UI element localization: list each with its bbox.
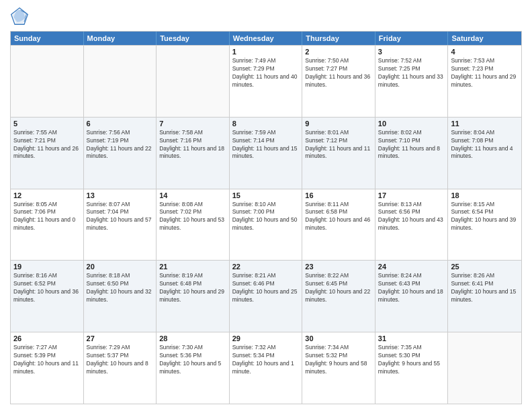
cell-info: Sunrise: 7:49 AMSunset: 7:29 PMDaylight:…: [232, 57, 300, 89]
cell-info: Sunrise: 8:01 AMSunset: 7:12 PMDaylight:…: [305, 129, 372, 161]
day-number: 19: [13, 263, 81, 271]
calendar-cell-3: 3Sunrise: 7:52 AMSunset: 7:25 PMDaylight…: [375, 46, 449, 117]
cell-info: Sunrise: 8:11 AMSunset: 6:58 PMDaylight:…: [305, 201, 372, 233]
day-number: 4: [451, 48, 519, 56]
day-number: 27: [87, 334, 154, 342]
day-header-saturday: Saturday: [448, 32, 521, 45]
calendar-cell-30: 30Sunrise: 7:34 AMSunset: 5:32 PMDayligh…: [302, 332, 375, 404]
calendar-header: SundayMondayTuesdayWednesdayThursdayFrid…: [11, 32, 521, 45]
day-number: 6: [87, 120, 154, 128]
calendar-body: 1Sunrise: 7:49 AMSunset: 7:29 PMDaylight…: [11, 45, 521, 404]
cell-info: Sunrise: 8:05 AMSunset: 7:06 PMDaylight:…: [13, 201, 81, 233]
day-number: 7: [159, 120, 226, 128]
cell-info: Sunrise: 7:56 AMSunset: 7:19 PMDaylight:…: [87, 129, 154, 161]
calendar-row-1: 5Sunrise: 7:55 AMSunset: 7:21 PMDaylight…: [11, 117, 521, 189]
calendar-cell-19: 19Sunrise: 8:16 AMSunset: 6:52 PMDayligh…: [11, 261, 84, 332]
logo: [10, 7, 32, 26]
day-number: 23: [305, 263, 372, 271]
day-number: 8: [232, 120, 300, 128]
day-header-monday: Monday: [84, 32, 157, 45]
cell-info: Sunrise: 7:35 AMSunset: 5:30 PMDaylight:…: [378, 344, 445, 376]
calendar-cell-15: 15Sunrise: 8:10 AMSunset: 7:00 PMDayligh…: [230, 189, 303, 261]
day-number: 31: [378, 334, 445, 342]
cell-info: Sunrise: 7:59 AMSunset: 7:14 PMDaylight:…: [232, 129, 300, 161]
day-number: 28: [159, 334, 226, 342]
calendar-cell-10: 10Sunrise: 8:02 AMSunset: 7:10 PMDayligh…: [375, 118, 449, 189]
day-number: 25: [451, 263, 519, 271]
calendar-cell-14: 14Sunrise: 8:08 AMSunset: 7:02 PMDayligh…: [157, 189, 230, 261]
cell-info: Sunrise: 7:58 AMSunset: 7:16 PMDaylight:…: [159, 129, 226, 161]
cell-info: Sunrise: 7:27 AMSunset: 5:39 PMDaylight:…: [13, 344, 81, 376]
day-number: 18: [451, 191, 519, 199]
cell-info: Sunrise: 8:21 AMSunset: 6:46 PMDaylight:…: [232, 272, 300, 304]
cell-info: Sunrise: 8:04 AMSunset: 7:08 PMDaylight:…: [451, 129, 519, 161]
logo-icon: [10, 7, 29, 26]
day-number: 30: [305, 334, 372, 342]
calendar-cell-16: 16Sunrise: 8:11 AMSunset: 6:58 PMDayligh…: [302, 189, 375, 261]
cell-info: Sunrise: 7:50 AMSunset: 7:27 PMDaylight:…: [305, 57, 372, 89]
day-number: 2: [305, 48, 372, 56]
cell-info: Sunrise: 8:22 AMSunset: 6:45 PMDaylight:…: [305, 272, 372, 304]
day-header-friday: Friday: [375, 32, 449, 45]
day-number: 20: [87, 263, 154, 271]
calendar-cell-28: 28Sunrise: 7:30 AMSunset: 5:36 PMDayligh…: [157, 332, 230, 404]
day-number: 3: [378, 48, 445, 56]
calendar-cell-4: 4Sunrise: 7:53 AMSunset: 7:23 PMDaylight…: [448, 46, 521, 117]
calendar-cell-26: 26Sunrise: 7:27 AMSunset: 5:39 PMDayligh…: [11, 332, 84, 404]
calendar-cell-empty: [11, 46, 84, 117]
cell-info: Sunrise: 7:53 AMSunset: 7:23 PMDaylight:…: [451, 57, 519, 89]
day-header-tuesday: Tuesday: [157, 32, 230, 45]
calendar-cell-31: 31Sunrise: 7:35 AMSunset: 5:30 PMDayligh…: [375, 332, 449, 404]
calendar-cell-22: 22Sunrise: 8:21 AMSunset: 6:46 PMDayligh…: [230, 261, 303, 332]
calendar-cell-11: 11Sunrise: 8:04 AMSunset: 7:08 PMDayligh…: [448, 118, 521, 189]
cell-info: Sunrise: 8:18 AMSunset: 6:50 PMDaylight:…: [87, 272, 154, 304]
day-number: 12: [13, 191, 81, 199]
calendar-cell-13: 13Sunrise: 8:07 AMSunset: 7:04 PMDayligh…: [84, 189, 157, 261]
calendar-cell-empty: [448, 332, 521, 404]
cell-info: Sunrise: 8:10 AMSunset: 7:00 PMDaylight:…: [232, 201, 300, 233]
calendar-cell-18: 18Sunrise: 8:15 AMSunset: 6:54 PMDayligh…: [448, 189, 521, 261]
day-number: 24: [378, 263, 445, 271]
calendar-cell-25: 25Sunrise: 8:26 AMSunset: 6:41 PMDayligh…: [448, 261, 521, 332]
calendar-cell-23: 23Sunrise: 8:22 AMSunset: 6:45 PMDayligh…: [302, 261, 375, 332]
day-number: 11: [451, 120, 519, 128]
calendar-cell-9: 9Sunrise: 8:01 AMSunset: 7:12 PMDaylight…: [302, 118, 375, 189]
calendar-row-4: 26Sunrise: 7:27 AMSunset: 5:39 PMDayligh…: [11, 332, 521, 404]
calendar-cell-20: 20Sunrise: 8:18 AMSunset: 6:50 PMDayligh…: [84, 261, 157, 332]
cell-info: Sunrise: 7:34 AMSunset: 5:32 PMDaylight:…: [305, 344, 372, 376]
day-number: 17: [378, 191, 445, 199]
calendar-cell-12: 12Sunrise: 8:05 AMSunset: 7:06 PMDayligh…: [11, 189, 84, 261]
calendar-cell-2: 2Sunrise: 7:50 AMSunset: 7:27 PMDaylight…: [302, 46, 375, 117]
calendar-cell-17: 17Sunrise: 8:13 AMSunset: 6:56 PMDayligh…: [375, 189, 449, 261]
calendar-cell-1: 1Sunrise: 7:49 AMSunset: 7:29 PMDaylight…: [230, 46, 303, 117]
day-number: 1: [232, 48, 300, 56]
day-number: 15: [232, 191, 300, 199]
calendar-cell-5: 5Sunrise: 7:55 AMSunset: 7:21 PMDaylight…: [11, 118, 84, 189]
cell-info: Sunrise: 8:08 AMSunset: 7:02 PMDaylight:…: [159, 201, 226, 233]
calendar-cell-8: 8Sunrise: 7:59 AMSunset: 7:14 PMDaylight…: [230, 118, 303, 189]
day-number: 26: [13, 334, 81, 342]
cell-info: Sunrise: 7:55 AMSunset: 7:21 PMDaylight:…: [13, 129, 81, 161]
day-number: 14: [159, 191, 226, 199]
page: SundayMondayTuesdayWednesdayThursdayFrid…: [0, 0, 532, 411]
day-header-wednesday: Wednesday: [230, 32, 303, 45]
calendar-cell-29: 29Sunrise: 7:32 AMSunset: 5:34 PMDayligh…: [230, 332, 303, 404]
day-number: 21: [159, 263, 226, 271]
day-number: 13: [87, 191, 154, 199]
calendar-row-3: 19Sunrise: 8:16 AMSunset: 6:52 PMDayligh…: [11, 260, 521, 332]
cell-info: Sunrise: 8:26 AMSunset: 6:41 PMDaylight:…: [451, 272, 519, 304]
cell-info: Sunrise: 8:15 AMSunset: 6:54 PMDaylight:…: [451, 201, 519, 233]
calendar-cell-24: 24Sunrise: 8:24 AMSunset: 6:43 PMDayligh…: [375, 261, 449, 332]
calendar-cell-7: 7Sunrise: 7:58 AMSunset: 7:16 PMDaylight…: [157, 118, 230, 189]
cell-info: Sunrise: 8:16 AMSunset: 6:52 PMDaylight:…: [13, 272, 81, 304]
day-number: 29: [232, 334, 300, 342]
calendar-cell-21: 21Sunrise: 8:19 AMSunset: 6:48 PMDayligh…: [157, 261, 230, 332]
day-header-thursday: Thursday: [302, 32, 375, 45]
day-number: 22: [232, 263, 300, 271]
cell-info: Sunrise: 7:30 AMSunset: 5:36 PMDaylight:…: [159, 344, 226, 376]
cell-info: Sunrise: 8:07 AMSunset: 7:04 PMDaylight:…: [87, 201, 154, 233]
cell-info: Sunrise: 8:13 AMSunset: 6:56 PMDaylight:…: [378, 201, 445, 233]
cell-info: Sunrise: 8:24 AMSunset: 6:43 PMDaylight:…: [378, 272, 445, 304]
calendar-cell-empty: [84, 46, 157, 117]
header: [10, 7, 522, 26]
